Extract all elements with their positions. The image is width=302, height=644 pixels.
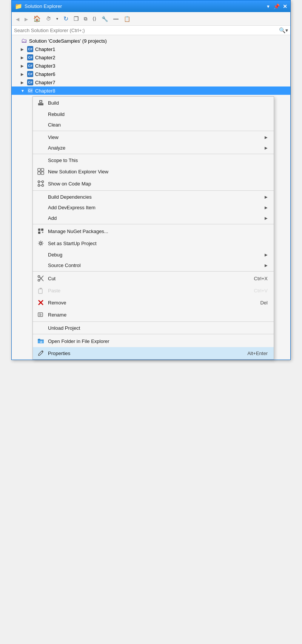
menu-item-analyze[interactable]: Analyze ▶ — [33, 142, 274, 153]
menu-item-cut[interactable]: Cut Ctrl+X — [33, 272, 274, 284]
close-icon[interactable]: ✕ — [283, 3, 287, 9]
menu-item-debug[interactable]: Debug ▶ — [33, 249, 274, 260]
menu-item-remove[interactable]: Remove Del — [33, 297, 274, 309]
chapter8-icon: C# — [27, 87, 34, 94]
view-label: View — [48, 134, 262, 140]
chapter2-icon: C# — [27, 54, 34, 61]
open-folder-label: Open Folder in File Explorer — [48, 338, 268, 344]
window-content: 🗂 Solution 'CodeSamples' (9 projects) ▶ … — [12, 35, 290, 360]
back-button[interactable]: ◀ — [14, 14, 21, 23]
source-control-arrow: ▶ — [265, 263, 268, 267]
clean-label: Clean — [48, 122, 268, 128]
source-control-label: Source Control — [48, 263, 262, 268]
menu-item-add-devexpress[interactable]: Add DevExpress Item ▶ — [33, 202, 274, 213]
tree-item-chapter3[interactable]: ▶ C# Chapter3 — [12, 62, 290, 70]
chapter2-arrow: ▶ — [21, 56, 27, 60]
menu-item-add[interactable]: Add ▶ — [33, 213, 274, 223]
svg-point-20 — [38, 280, 40, 281]
menu-item-clean[interactable]: Clean — [33, 119, 274, 130]
svg-rect-17 — [38, 232, 40, 234]
tree-item-chapter1[interactable]: ▶ C# Chapter1 — [12, 45, 290, 53]
separator-1 — [33, 131, 274, 131]
add-label: Add — [48, 215, 262, 221]
svg-rect-2 — [40, 101, 42, 102]
svg-rect-4 — [41, 168, 44, 171]
tree-item-chapter6[interactable]: ▶ C# Chapter6 — [12, 70, 290, 78]
separator-2 — [33, 154, 274, 154]
forward-button[interactable]: ▶ — [23, 14, 30, 23]
menu-item-open-folder[interactable]: Open Folder in File Explorer — [33, 335, 274, 347]
solution-label: Solution 'CodeSamples' (9 projects) — [29, 38, 107, 44]
properties-toolbar-button[interactable]: 🔧 — [100, 14, 110, 23]
chapter1-arrow: ▶ — [21, 47, 27, 51]
new-solution-view-icon — [37, 167, 45, 176]
add-devexpress-label: Add DevExpress Item — [48, 205, 262, 210]
view-arrow: ▶ — [265, 135, 268, 139]
properties-shortcut: Alt+Enter — [247, 351, 268, 356]
build-label: Build — [48, 100, 268, 106]
menu-item-rename[interactable]: Rename — [33, 309, 274, 321]
dropdown-icon[interactable]: ▼ — [266, 4, 270, 9]
minimize-button[interactable]: — — [111, 14, 120, 23]
svg-rect-0 — [38, 103, 43, 105]
menu-item-build-deps[interactable]: Build Dependencies ▶ — [33, 192, 274, 202]
window-title: Solution Explorer — [25, 3, 62, 9]
menu-item-unload[interactable]: Unload Project — [33, 323, 274, 333]
code-map-icon — [37, 179, 45, 188]
menu-item-source-control[interactable]: Source Control ▶ — [33, 260, 274, 270]
gear-icon — [37, 239, 45, 247]
solution-icon: 🗂 — [21, 37, 28, 44]
menu-item-manage-nuget[interactable]: Manage NuGet Packages... — [33, 225, 274, 237]
code-view-button[interactable]: ⟨⟩ — [91, 14, 98, 23]
menu-item-set-startup[interactable]: Set as StartUp Project — [33, 237, 274, 249]
properties-label: Properties — [48, 351, 240, 356]
unload-label: Unload Project — [48, 325, 268, 331]
menu-item-show-on-code-map[interactable]: Show on Code Map — [33, 178, 274, 190]
pin-icon[interactable]: 📌 — [273, 3, 280, 9]
home-button[interactable]: 🏠 — [31, 14, 43, 24]
chapter1-icon: C# — [27, 46, 34, 53]
chapter6-label: Chapter6 — [35, 71, 55, 77]
chapter7-label: Chapter7 — [35, 80, 55, 85]
history-button[interactable]: ⏱ — [44, 14, 53, 23]
chapter8-label: Chapter8 — [35, 88, 55, 94]
chapter7-icon: C# — [27, 79, 34, 86]
menu-item-view[interactable]: View ▶ — [33, 132, 274, 142]
history-dropdown-button[interactable]: ▾ — [54, 15, 60, 22]
scissors-icon — [37, 274, 45, 283]
search-input[interactable] — [14, 28, 279, 33]
rename-label: Rename — [48, 312, 268, 318]
title-bar-right: ▼ 📌 ✕ — [266, 3, 287, 9]
code-map-label: Show on Code Map — [48, 181, 268, 187]
sync-button[interactable]: 📋 — [122, 14, 132, 23]
cut-shortcut: Ctrl+X — [254, 276, 268, 281]
refresh-button[interactable]: ↻ — [62, 14, 70, 24]
title-bar: 📁 Solution Explorer ▼ 📌 ✕ — [12, 0, 290, 12]
menu-item-properties[interactable]: Properties Alt+Enter — [33, 347, 274, 359]
chapter8-arrow: ▼ — [21, 89, 27, 93]
solution-explorer-window: 📁 Solution Explorer ▼ 📌 ✕ ◀ ▶ 🏠 ⏱ ▾ ↻ ❐ … — [11, 0, 291, 360]
menu-item-paste[interactable]: Paste Ctrl+V — [33, 284, 274, 297]
build-icon — [37, 99, 45, 107]
remove-shortcut: Del — [260, 300, 268, 306]
copy-pages2-button[interactable]: ⧉ — [82, 14, 89, 23]
tree-item-chapter8[interactable]: ▼ C# Chapter8 — [12, 86, 290, 95]
manage-nuget-label: Manage NuGet Packages... — [48, 229, 268, 234]
set-startup-label: Set as StartUp Project — [48, 241, 268, 246]
chapter1-label: Chapter1 — [35, 46, 55, 52]
chapter6-arrow: ▶ — [21, 72, 27, 76]
copy-pages-button[interactable]: ❐ — [72, 14, 80, 24]
solution-root[interactable]: 🗂 Solution 'CodeSamples' (9 projects) — [12, 37, 290, 45]
menu-item-build[interactable]: Build — [33, 97, 274, 109]
tree-area: 🗂 Solution 'CodeSamples' (9 projects) ▶ … — [12, 35, 290, 96]
menu-item-rebuild[interactable]: Rebuild — [33, 109, 274, 119]
chapter6-icon: C# — [27, 71, 34, 77]
tree-item-chapter7[interactable]: ▶ C# Chapter7 — [12, 78, 290, 86]
menu-item-new-solution-view[interactable]: New Solution Explorer View — [33, 165, 274, 178]
tree-item-chapter2[interactable]: ▶ C# Chapter2 — [12, 53, 290, 62]
separator-3 — [33, 190, 274, 191]
svg-rect-16 — [41, 229, 43, 231]
scope-to-this-label: Scope to This — [48, 158, 268, 163]
search-button[interactable]: 🔍▾ — [279, 27, 288, 33]
menu-item-scope-to-this[interactable]: Scope to This — [33, 155, 274, 165]
